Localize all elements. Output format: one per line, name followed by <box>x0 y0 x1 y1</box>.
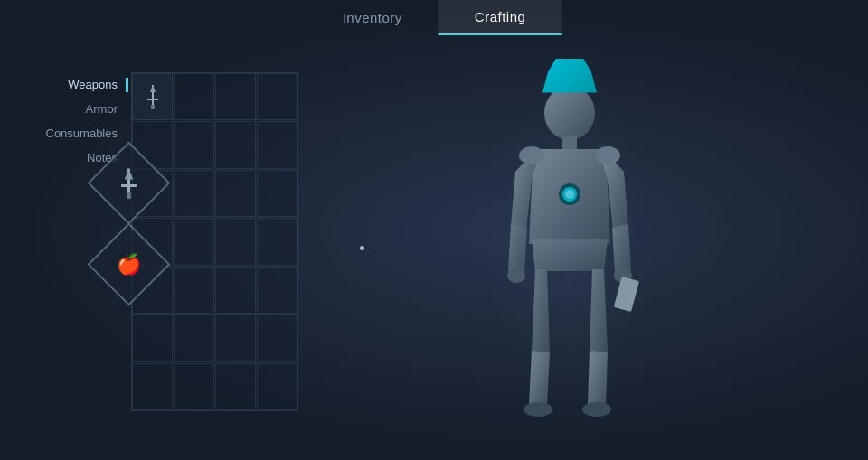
character-svg <box>497 54 642 434</box>
grid-cell-5-2[interactable] <box>215 314 256 361</box>
svg-rect-7 <box>127 192 131 198</box>
svg-point-12 <box>565 190 574 199</box>
grid-cell-2-3[interactable] <box>257 170 297 217</box>
grid-cell-4-1[interactable] <box>174 267 214 314</box>
grid-cell-1-2[interactable] <box>215 121 256 168</box>
grid-cell-0-2[interactable] <box>215 73 256 120</box>
grid-cell-0-1[interactable] <box>174 73 214 120</box>
grid-cell-2-2[interactable] <box>215 170 256 217</box>
grid-cell-5-1[interactable] <box>174 314 214 361</box>
tab-crafting[interactable]: Crafting <box>439 0 562 35</box>
grid-cell-1-1[interactable] <box>174 121 214 168</box>
character-area: 🍎 🛡 <box>307 36 832 451</box>
grid-cell-6-1[interactable] <box>174 363 214 410</box>
svg-rect-15 <box>614 276 639 311</box>
grid-cell-5-3[interactable] <box>257 314 297 361</box>
category-weapons[interactable]: Weapons <box>18 72 127 97</box>
inventory-panel: Weapons Armor Consumables Notes <box>18 72 298 416</box>
grid-cell-4-3[interactable] <box>257 267 297 314</box>
svg-point-17 <box>582 402 611 417</box>
sword-item-icon <box>133 74 172 119</box>
apple-icon: 🍎 <box>117 255 141 275</box>
grid-cell-3-2[interactable] <box>215 218 256 265</box>
category-consumables[interactable]: Consumables <box>18 121 127 146</box>
tab-inventory[interactable]: Inventory <box>307 0 439 35</box>
svg-point-19 <box>595 146 620 164</box>
svg-point-13 <box>507 268 525 283</box>
svg-marker-6 <box>125 168 134 179</box>
inventory-grid <box>131 72 298 411</box>
food-slot-inner: 🍎 <box>111 247 147 283</box>
grid-cell-6-3[interactable] <box>257 363 297 410</box>
grid-cell-0-0[interactable] <box>132 73 173 120</box>
category-armor[interactable]: Armor <box>18 97 127 121</box>
weapon-slot-inner <box>111 165 147 202</box>
grid-cell-6-2[interactable] <box>215 363 256 410</box>
svg-rect-9 <box>562 136 577 149</box>
grid-cell-3-1[interactable] <box>174 218 214 265</box>
main-container: Inventory Crafting Weapons Armor Consuma… <box>0 0 868 460</box>
svg-marker-2 <box>150 85 156 92</box>
svg-point-18 <box>519 146 544 164</box>
svg-point-16 <box>524 402 552 417</box>
grid-cell-6-0[interactable] <box>132 363 173 410</box>
grid-cell-4-2[interactable] <box>215 267 256 314</box>
category-list: Weapons Armor Consumables Notes <box>18 72 127 170</box>
character-figure <box>497 54 642 434</box>
grid-cell-3-3[interactable] <box>257 218 297 265</box>
grid-cell-1-3[interactable] <box>257 121 297 168</box>
tab-bar: Inventory Crafting <box>307 0 562 35</box>
grid-cell-5-0[interactable] <box>132 314 173 361</box>
grid-cell-0-3[interactable] <box>257 73 297 120</box>
svg-point-8 <box>544 86 595 140</box>
grid-cell-2-1[interactable] <box>174 170 214 217</box>
svg-rect-3 <box>151 105 155 109</box>
